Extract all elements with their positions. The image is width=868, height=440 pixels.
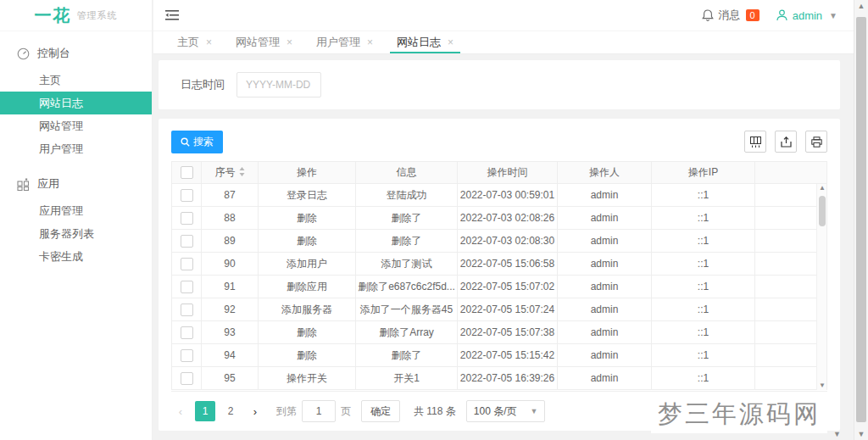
row-checkbox[interactable] — [181, 189, 193, 202]
search-button[interactable]: 搜索 — [171, 131, 223, 153]
table-cell: 93 — [202, 321, 259, 344]
table-cell: admin — [558, 276, 652, 298]
next-page-icon[interactable]: › — [246, 405, 264, 418]
apps-icon — [17, 178, 30, 191]
sidebar-item[interactable]: 卡密生成 — [0, 245, 152, 268]
scroll-up-icon[interactable]: ▲ — [854, 0, 868, 12]
sidebar-item[interactable]: 应用管理 — [0, 199, 152, 222]
table-cell: 删除了e687c6c2f5d... — [356, 276, 458, 298]
row-checkbox-cell — [172, 230, 202, 253]
username[interactable]: admin — [793, 9, 822, 22]
tab[interactable]: 用户管理× — [304, 31, 385, 53]
print-icon[interactable] — [805, 131, 827, 153]
scroll-down-icon[interactable]: ▼ — [817, 382, 827, 390]
page-size-value: 100 条/页 — [474, 404, 517, 419]
page-button[interactable]: 2 — [220, 401, 241, 421]
table-cell: 删除了 — [356, 230, 458, 253]
table-row: 95操作开关开关12022-07-05 16:39:26admin::1 — [172, 367, 827, 390]
table-cell: admin — [558, 207, 652, 230]
row-checkbox[interactable] — [181, 326, 193, 339]
row-checkbox-cell — [172, 253, 202, 276]
messages-label[interactable]: 消息 — [719, 8, 741, 23]
scroll-down-icon[interactable]: ▼ — [854, 428, 868, 440]
table-cell: 添加用户 — [259, 253, 356, 276]
sidebar-item[interactable]: 网站管理 — [0, 114, 152, 137]
sidebar-group-2[interactable]: 应用 — [0, 169, 152, 199]
table-cell: admin — [558, 367, 652, 390]
row-checkbox[interactable] — [181, 349, 193, 362]
table-cell: 删除应用 — [259, 276, 356, 298]
table-cell: ::1 — [652, 344, 755, 367]
row-checkbox[interactable] — [181, 372, 193, 385]
tab[interactable]: 主页× — [165, 31, 224, 53]
select-all-checkbox-cell — [172, 162, 202, 184]
table-cell: admin — [558, 253, 652, 276]
sidebar-item[interactable]: 用户管理 — [0, 137, 152, 160]
tab-close-icon[interactable]: × — [367, 36, 373, 48]
row-checkbox-cell — [172, 276, 202, 298]
content: 日志时间 搜索 — [153, 55, 854, 440]
table-toolbar: 搜索 — [171, 129, 827, 154]
page-scrollbar[interactable]: ▲ ▼ — [854, 0, 868, 440]
export-icon[interactable] — [775, 131, 797, 153]
sort-icon[interactable] — [239, 167, 245, 176]
table-cell: 登陆成功 — [356, 184, 458, 207]
dashboard-icon — [17, 47, 30, 60]
messages-badge[interactable]: 0 — [746, 9, 760, 21]
table-cell: 88 — [202, 207, 259, 230]
log-time-label: 日志时间 — [181, 77, 225, 92]
page-button[interactable]: 1 — [195, 401, 215, 421]
page-scrollbar-thumb[interactable] — [856, 17, 866, 422]
tab-close-icon[interactable]: × — [287, 36, 292, 48]
chevron-down-icon[interactable]: ▼ — [829, 11, 837, 20]
goto-confirm-button[interactable]: 确定 — [361, 400, 400, 422]
content-scroll-down-icon[interactable]: ▼ — [833, 430, 841, 438]
sidebar-menu: 控制台主页网站日志网站管理用户管理应用应用管理服务器列表卡密生成 — [0, 31, 152, 268]
table-cell: ::1 — [652, 207, 755, 230]
page-size-select[interactable]: 100 条/页 ▼ — [466, 400, 546, 422]
row-checkbox[interactable] — [181, 304, 193, 316]
sidebar-collapse-icon[interactable] — [165, 7, 182, 24]
goto-page-input[interactable] — [302, 400, 336, 422]
prev-page-icon[interactable]: ‹ — [171, 405, 190, 418]
filter-columns-icon[interactable] — [744, 131, 766, 153]
table-cell: admin — [558, 344, 652, 367]
table-cell: 92 — [202, 298, 259, 321]
table-cell: 2022-07-03 02:08:30 — [458, 230, 558, 253]
select-all-checkbox[interactable] — [181, 166, 193, 179]
log-time-input[interactable] — [236, 72, 321, 97]
sidebar-item[interactable]: 主页 — [0, 69, 152, 92]
topbar: 消息 0 admin ▼ — [153, 0, 868, 31]
search-button-label: 搜索 — [193, 135, 214, 149]
table-body: 87登录日志登陆成功2022-07-03 00:59:01admin::188删… — [172, 184, 827, 390]
table-scrollbar[interactable]: ▲ ▼ — [816, 184, 826, 390]
column-header: 序号 — [202, 162, 259, 184]
goto-label: 到第 — [276, 404, 297, 419]
table-cell: 删除了 — [356, 207, 458, 230]
tab-close-icon[interactable]: × — [448, 36, 453, 48]
tab[interactable]: 网站日志× — [385, 31, 465, 53]
row-checkbox[interactable] — [181, 281, 193, 293]
table-cell: 91 — [202, 276, 259, 298]
column-header: 操作人 — [558, 162, 652, 184]
bell-icon[interactable] — [702, 9, 714, 22]
table-row: 90添加用户添加了测试2022-07-05 15:06:58admin::1 — [172, 253, 827, 276]
sidebar-group-1[interactable]: 控制台 — [0, 38, 152, 69]
row-checkbox-cell — [172, 184, 202, 207]
row-checkbox[interactable] — [181, 212, 193, 225]
table-cell: ::1 — [652, 276, 755, 298]
table-cell: 2022-07-05 15:06:58 — [458, 253, 558, 276]
user-icon — [776, 9, 787, 21]
main-area: 消息 0 admin ▼ 主页×网站管理×用户管理×网站日志× 日志时间 — [153, 0, 868, 440]
table-cell: admin — [558, 230, 652, 253]
column-header: 操作时间 — [458, 162, 558, 184]
row-checkbox-cell — [172, 298, 202, 321]
table-scrollbar-thumb[interactable] — [819, 196, 826, 226]
row-checkbox[interactable] — [181, 258, 193, 270]
tab-close-icon[interactable]: × — [206, 36, 212, 48]
scroll-up-icon[interactable]: ▲ — [817, 184, 827, 192]
sidebar-item[interactable]: 服务器列表 — [0, 222, 152, 245]
row-checkbox[interactable] — [181, 235, 193, 248]
tab[interactable]: 网站管理× — [224, 31, 304, 53]
sidebar-item[interactable]: 网站日志 — [0, 92, 152, 114]
